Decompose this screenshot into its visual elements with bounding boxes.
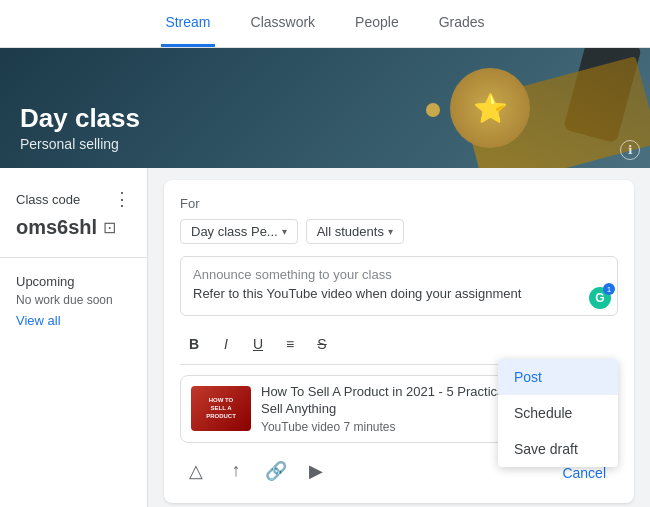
no-work-text: No work due soon: [16, 293, 131, 307]
info-icon[interactable]: ℹ: [620, 140, 640, 160]
grammarly-badge-container[interactable]: 1: [589, 287, 611, 309]
tab-classwork[interactable]: Classwork: [247, 0, 320, 47]
video-thumb-text: HOW TO SELL A PRODUCT: [206, 397, 236, 420]
tab-grades[interactable]: Grades: [435, 0, 489, 47]
youtube-button[interactable]: ▶: [300, 455, 332, 487]
italic-button[interactable]: I: [212, 330, 240, 358]
announce-box[interactable]: Announce something to your class Refer t…: [180, 256, 618, 316]
announce-placeholder: Announce something to your class: [193, 267, 605, 282]
class-chip-arrow-icon: ▾: [282, 226, 287, 237]
link-button[interactable]: 🔗: [260, 455, 292, 487]
sidebar: Class code ⋮ oms6shl ⊡ Upcoming No work …: [0, 168, 148, 507]
for-row: Day class Pe... ▾ All students ▾: [180, 219, 618, 244]
video-thumb-inner: HOW TO SELL A PRODUCT: [191, 386, 251, 431]
view-all-button[interactable]: View all: [16, 313, 131, 328]
class-code-label: Class code: [16, 192, 80, 207]
class-chip-label: Day class Pe...: [191, 224, 278, 239]
upcoming-label: Upcoming: [16, 274, 131, 289]
deco-small-circle: [426, 103, 440, 117]
list-button[interactable]: ≡: [276, 330, 304, 358]
upload-button[interactable]: ↑: [220, 455, 252, 487]
code-row: oms6shl ⊡: [16, 214, 131, 241]
tab-stream[interactable]: Stream: [161, 0, 214, 47]
upcoming-section: Upcoming No work due soon View all: [0, 266, 147, 336]
top-navigation: Stream Classwork People Grades: [0, 0, 650, 48]
expand-icon[interactable]: ⊡: [103, 218, 116, 237]
announce-body-text: Refer to this YouTube video when doing y…: [193, 286, 605, 301]
class-code-value: oms6shl: [16, 216, 97, 239]
hero-decoration: ⭐: [350, 48, 650, 168]
sidebar-divider: [0, 257, 147, 258]
strikethrough-button[interactable]: S: [308, 330, 336, 358]
deco-medal-icon: ⭐: [450, 68, 530, 148]
hero-text-block: Day class Personal selling: [20, 103, 140, 152]
for-label: For: [180, 196, 618, 211]
class-subtitle: Personal selling: [20, 136, 140, 152]
students-chip-arrow-icon: ▾: [388, 226, 393, 237]
dropdown-item-save-draft[interactable]: Save draft: [498, 431, 618, 467]
grammarly-icon: 1: [589, 287, 611, 309]
students-chip[interactable]: All students ▾: [306, 219, 404, 244]
drive-button[interactable]: △: [180, 455, 212, 487]
post-dropdown-menu: Post Schedule Save draft: [498, 359, 618, 467]
class-chip[interactable]: Day class Pe... ▾: [180, 219, 298, 244]
post-card: For Day class Pe... ▾ All students ▾ Ann…: [164, 180, 634, 503]
bold-button[interactable]: B: [180, 330, 208, 358]
video-thumbnail: HOW TO SELL A PRODUCT: [191, 386, 251, 431]
attachment-toolbar: △ ↑ 🔗 ▶: [180, 455, 332, 487]
hero-banner: Day class Personal selling ⭐ ℹ: [0, 48, 650, 168]
content-area: For Day class Pe... ▾ All students ▾ Ann…: [148, 168, 650, 507]
tab-people[interactable]: People: [351, 0, 403, 47]
class-title: Day class: [20, 103, 140, 134]
class-code-header: Class code ⋮: [16, 188, 131, 210]
dropdown-item-schedule[interactable]: Schedule: [498, 395, 618, 431]
dropdown-item-post[interactable]: Post: [498, 359, 618, 395]
class-code-menu-icon[interactable]: ⋮: [113, 188, 131, 210]
students-chip-label: All students: [317, 224, 384, 239]
class-code-section: Class code ⋮ oms6shl ⊡: [0, 180, 147, 249]
underline-button[interactable]: U: [244, 330, 272, 358]
main-layout: Class code ⋮ oms6shl ⊡ Upcoming No work …: [0, 168, 650, 507]
grammarly-count: 1: [603, 283, 615, 295]
